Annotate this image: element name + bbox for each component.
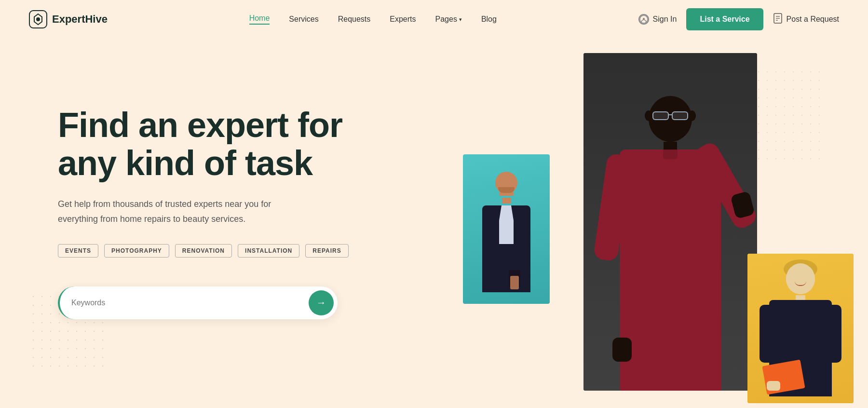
- list-service-button[interactable]: List a Service: [686, 8, 763, 30]
- nav-right: Sign In List a Service Post a Request: [638, 8, 839, 30]
- tag-repairs[interactable]: REPAIRS: [305, 244, 348, 258]
- hero-section: Find an expert for any kind of task Get …: [0, 39, 868, 408]
- image-main-man: [583, 53, 757, 391]
- search-input[interactable]: [71, 299, 309, 307]
- tag-events[interactable]: EVENTS: [58, 244, 98, 258]
- search-bar: →: [58, 286, 338, 319]
- nav-blog[interactable]: Blog: [481, 15, 497, 24]
- search-button[interactable]: →: [309, 290, 334, 315]
- header: ExpertHive Home Services Requests Expert…: [0, 0, 868, 39]
- sign-in-button[interactable]: Sign In: [638, 14, 677, 25]
- document-icon: [773, 13, 783, 26]
- user-circle-icon: [638, 14, 649, 25]
- hero-subtitle: Get help from thousands of trusted exper…: [58, 197, 309, 226]
- main-nav: Home Services Requests Experts Pages ▾ B…: [249, 14, 497, 25]
- logo[interactable]: ExpertHive: [29, 10, 108, 28]
- logo-icon: [29, 10, 47, 28]
- nav-requests[interactable]: Requests: [338, 15, 371, 24]
- tag-renovation[interactable]: RENOVATION: [175, 244, 232, 258]
- nav-services[interactable]: Services: [289, 15, 318, 24]
- svg-point-2: [36, 17, 40, 21]
- arrow-right-icon: →: [316, 297, 326, 308]
- hero-content: Find an expert for any kind of task Get …: [58, 68, 395, 319]
- post-request-button[interactable]: Post a Request: [773, 13, 839, 26]
- image-suit-man: [463, 154, 550, 304]
- nav-pages[interactable]: Pages ▾: [435, 15, 462, 24]
- chevron-down-icon: ▾: [459, 16, 462, 23]
- tag-photography[interactable]: PHOTOGRAPHY: [104, 244, 169, 258]
- image-woman: [747, 254, 854, 403]
- nav-experts[interactable]: Experts: [390, 15, 416, 24]
- hero-title: Find an expert for any kind of task: [58, 106, 395, 182]
- tag-installation[interactable]: INSTALLATION: [238, 244, 299, 258]
- tag-list: EVENTS PHOTOGRAPHY RENOVATION INSTALLATI…: [58, 244, 395, 258]
- nav-home[interactable]: Home: [249, 14, 270, 25]
- logo-text: ExpertHive: [52, 13, 108, 26]
